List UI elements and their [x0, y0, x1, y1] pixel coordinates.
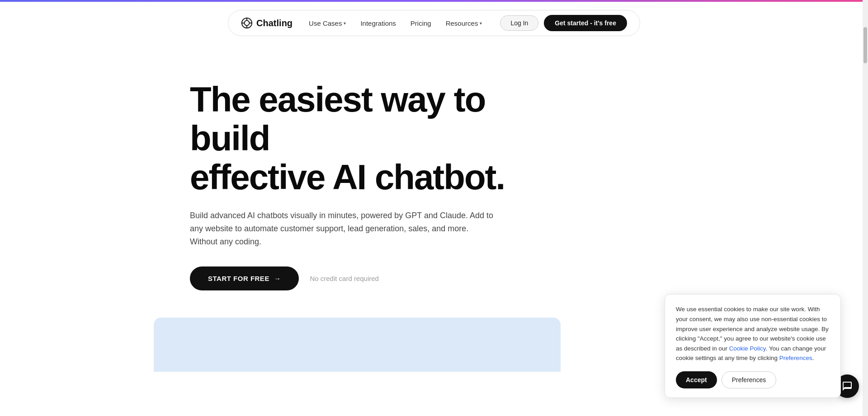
logo-icon [241, 17, 253, 29]
use-cases-chevron-icon: ▾ [344, 21, 346, 26]
login-button[interactable]: Log In [500, 15, 538, 31]
cta-label: START FOR FREE [208, 275, 269, 282]
start-for-free-button[interactable]: START FOR FREE → [190, 266, 299, 290]
hero-title: The easiest way to build effective AI ch… [190, 80, 524, 196]
navbar-wrapper: Chatling Use Cases ▾ Integrations Pricin… [0, 2, 868, 44]
nav-resources[interactable]: Resources ▾ [446, 19, 482, 27]
nav-left: Chatling Use Cases ▾ Integrations Pricin… [241, 17, 482, 29]
svg-point-1 [245, 20, 250, 25]
preferences-inline-link[interactable]: Preferences [779, 355, 812, 361]
preferences-button[interactable]: Preferences [722, 371, 776, 388]
cookie-policy-link[interactable]: Cookie Policy [729, 345, 766, 352]
hero-subtitle: Build advanced AI chatbots visually in m… [190, 209, 497, 248]
cookie-banner: We use essential cookies to make our sit… [665, 294, 841, 398]
nav-pricing[interactable]: Pricing [410, 19, 431, 27]
demo-preview-area [154, 318, 561, 372]
cta-arrow-icon: → [274, 275, 281, 282]
nav-links: Use Cases ▾ Integrations Pricing Resourc… [309, 19, 482, 27]
hero-section: The easiest way to build effective AI ch… [154, 80, 561, 290]
cookie-text: We use essential cookies to make our sit… [676, 304, 830, 363]
resources-chevron-icon: ▾ [480, 21, 482, 26]
cookie-buttons: Accept Preferences [676, 371, 830, 388]
nav-use-cases[interactable]: Use Cases ▾ [309, 19, 346, 27]
get-started-button[interactable]: Get started - it's free [544, 15, 627, 31]
logo-text: Chatling [256, 18, 292, 28]
accept-button[interactable]: Accept [676, 371, 717, 388]
nav-right: Log In Get started - it's free [500, 15, 627, 31]
chat-icon [842, 381, 853, 392]
logo[interactable]: Chatling [241, 17, 292, 29]
hero-actions: START FOR FREE → No credit card required [190, 266, 524, 290]
scrollbar-thumb[interactable] [863, 27, 867, 63]
navbar: Chatling Use Cases ▾ Integrations Pricin… [228, 10, 640, 36]
scrollbar[interactable] [863, 0, 868, 416]
no-credit-text: No credit card required [310, 275, 379, 282]
nav-integrations[interactable]: Integrations [360, 19, 396, 27]
